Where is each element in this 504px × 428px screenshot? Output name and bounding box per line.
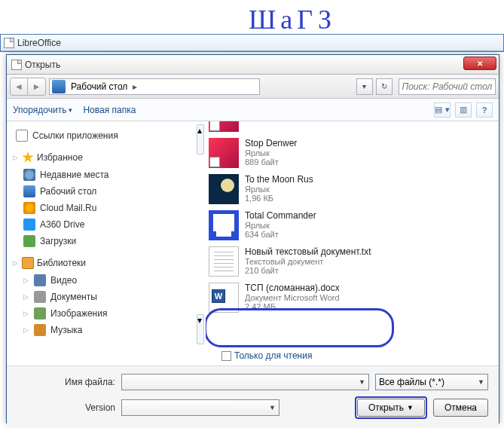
expand-icon[interactable]: ▷ [13,259,19,267]
documents-icon [34,291,46,303]
version-combo[interactable]: ▼ [121,399,279,416]
handwritten-annotation: ШаГЗ [249,4,336,35]
sidebar-app-links[interactable]: Ссылки приложения [13,127,192,144]
app-titlebar[interactable]: LibreOffice [1,35,503,51]
organize-menu[interactable]: Упорядочить ▾ [13,105,72,115]
open-button-highlight: Открыть▼ [355,396,427,419]
sidebar-item-downloads[interactable]: Загрузки [13,233,192,249]
file-item[interactable]: Новый текстовый документ.txt Текстовый д… [206,243,499,280]
sidebar-item-images[interactable]: ▷Изображения [13,305,192,322]
file-list[interactable]: 889 байт Stop Denwer Ярлык 889 байт To t… [206,121,499,347]
toolbar: Упорядочить ▾ Новая папка ▤ ▾ ▥ ? [7,99,499,121]
sidebar-item-music[interactable]: ▷Музыка [13,322,192,338]
expand-icon[interactable]: ▷ [13,154,19,161]
history-dropdown[interactable]: ▾ [356,78,373,95]
word-file-icon [209,283,239,313]
preview-pane-button[interactable]: ▥ [455,102,472,118]
back-button[interactable]: ◄ [10,78,28,96]
splitter[interactable]: ▴ ▾ [195,121,206,347]
chevron-down-icon[interactable]: ▼ [269,404,276,411]
file-item[interactable]: 889 байт [206,121,499,135]
cloud-icon [23,202,35,214]
file-item-selected[interactable]: ТСП (сломанная).docx Документ Microsoft … [206,280,499,316]
chevron-down-icon[interactable]: ▼ [359,378,365,386]
forward-button[interactable]: ► [28,78,46,96]
readonly-row: Только для чтения [7,347,499,365]
app-window: LibreOffice [0,34,504,52]
splitter-handle-top[interactable]: ▴ [197,124,204,154]
sidebar-item-desktop[interactable]: Рабочий стол [13,183,192,200]
refresh-button[interactable]: ↻ [376,78,393,95]
shortcut-icon [209,138,239,168]
sidebar-item-a360[interactable]: A360 Drive [13,216,192,233]
images-icon [34,307,46,319]
chevron-down-icon[interactable]: ▼ [478,378,484,386]
file-item[interactable]: To the Moon Rus Ярлык 1,96 КБ [206,171,499,207]
sidebar-item-video[interactable]: ▷Видео [13,272,192,289]
chevron-right-icon[interactable]: ▸ [130,81,139,92]
shortcut-icon [209,121,239,132]
breadcrumb-text: Рабочий стол [68,81,130,92]
game-icon [209,174,239,204]
downloads-icon [23,235,35,247]
music-icon [34,324,46,336]
close-button[interactable]: ✕ [463,57,496,70]
open-dialog: Открыть ✕ ◄ ► Рабочий стол ▸ ▾ ↻ Упорядо… [6,54,499,423]
file-item[interactable]: Total Commander Ярлык 634 байт [206,207,499,243]
version-label: Version [17,402,115,413]
readonly-label[interactable]: Только для чтения [234,350,312,361]
document-icon [4,38,14,48]
desktop-icon [23,185,35,197]
open-button[interactable]: Открыть▼ [357,399,425,417]
search-input[interactable] [402,81,493,92]
navigation-bar: ◄ ► Рабочий стол ▸ ▾ ↻ [7,75,499,99]
file-item[interactable]: Stop Denwer Ярлык 889 байт [206,135,499,171]
video-icon [34,274,46,286]
splitter-handle-bottom[interactable]: ▾ [197,314,204,344]
sidebar-favorites-header[interactable]: ▷ Избранное [13,151,192,164]
text-file-icon [209,246,239,277]
libraries-icon [22,257,34,269]
dialog-title: Открыть [25,60,60,70]
sidebar-item-recent[interactable]: Недавние места [13,167,192,183]
app-title: LibreOffice [17,38,61,48]
filename-label: Имя файла: [17,377,115,387]
sidebar-libraries-header[interactable]: ▷ Библиотеки [13,257,192,269]
floppy-icon [209,210,239,240]
help-button[interactable]: ? [476,102,493,118]
a360-icon [23,219,35,231]
file-filter-combo[interactable]: Все файлы (*.*)▼ [375,374,488,390]
readonly-checkbox[interactable] [221,351,231,361]
form-area: Имя файла: ▼ Все файлы (*.*)▼ Version ▼ … [7,365,499,428]
link-icon [16,130,28,142]
view-mode-button[interactable]: ▤ ▾ [434,102,451,118]
dialog-titlebar[interactable]: Открыть ✕ [7,55,499,75]
document-icon [11,60,22,70]
filename-input[interactable] [125,377,354,387]
cancel-button[interactable]: Отмена [433,399,488,417]
star-icon [22,151,34,164]
recent-icon [23,169,35,181]
sidebar-item-documents[interactable]: ▷Документы [13,289,192,305]
breadcrumb[interactable]: Рабочий стол ▸ [49,78,260,95]
sidebar-item-cloud[interactable]: Cloud Mail.Ru [13,200,192,216]
filename-field[interactable]: ▼ [121,374,369,390]
desktop-icon [52,80,66,93]
search-box[interactable] [399,78,496,95]
new-folder-button[interactable]: Новая папка [83,105,136,115]
sidebar: Ссылки приложения ▷ Избранное Недавние м… [7,121,195,347]
